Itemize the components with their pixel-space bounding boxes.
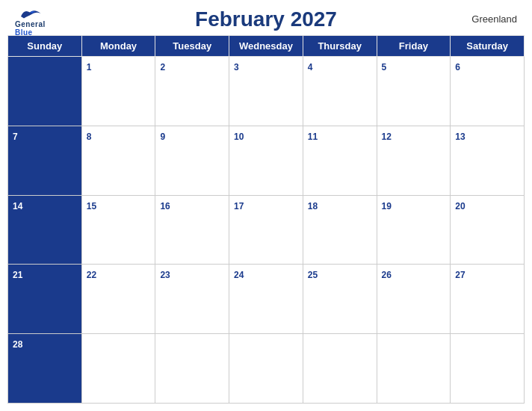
- calendar-cell: 7: [8, 126, 82, 195]
- logo-icon: [18, 7, 42, 19]
- date-number: 17: [234, 201, 244, 211]
- calendar-cell: 14: [8, 195, 82, 265]
- date-number: 19: [382, 201, 392, 211]
- date-number: 25: [308, 270, 318, 280]
- calendar-cell: 3: [229, 57, 303, 126]
- date-number: 11: [308, 132, 318, 142]
- day-header-tuesday: Tuesday: [155, 36, 229, 57]
- logo-line2: Blue: [15, 28, 33, 37]
- date-number: 22: [87, 270, 96, 280]
- calendar-week-4: 21222324252627: [8, 265, 525, 334]
- calendar-cell: 27: [451, 265, 525, 334]
- date-number: 20: [455, 201, 465, 211]
- date-number: 14: [13, 201, 22, 211]
- date-number: 8: [87, 132, 92, 142]
- calendar-cell: 16: [155, 195, 229, 265]
- month-title: February 2027: [195, 7, 337, 31]
- calendar-cell: 8: [81, 126, 155, 195]
- calendar-cell: [155, 334, 229, 404]
- calendar-cell: 19: [377, 195, 451, 265]
- calendar-cell: 28: [8, 334, 82, 404]
- calendar-cell: 15: [81, 195, 155, 265]
- calendar-week-3: 14151617181920: [8, 195, 525, 265]
- calendar-cell: 17: [229, 195, 303, 265]
- calendar-cell: 24: [229, 265, 303, 334]
- date-number: 24: [234, 270, 244, 280]
- calendar-cell: [229, 334, 303, 404]
- calendar-cell: 11: [303, 126, 377, 195]
- calendar-cell: 23: [155, 265, 229, 334]
- date-number: 4: [308, 62, 313, 72]
- date-number: 18: [308, 201, 318, 211]
- date-number: 16: [160, 201, 170, 211]
- date-number: 15: [87, 201, 96, 211]
- date-number: 2: [160, 62, 165, 72]
- day-header-friday: Friday: [377, 36, 451, 57]
- day-header-sunday: Sunday: [8, 36, 82, 57]
- calendar-cell: 1: [81, 57, 155, 126]
- day-header-wednesday: Wednesday: [229, 36, 303, 57]
- date-number: 28: [13, 339, 22, 350]
- calendar-cell: [451, 334, 525, 404]
- date-number: 12: [382, 132, 392, 142]
- date-number: 1: [87, 62, 92, 72]
- date-number: 5: [382, 62, 387, 72]
- date-number: 27: [455, 270, 465, 280]
- calendar-cell: [8, 57, 82, 126]
- calendar-cell: 21: [8, 265, 82, 334]
- date-number: 26: [382, 270, 392, 280]
- calendar-header: General Blue February 2027 Greenland: [0, 0, 532, 35]
- calendar-cell: [377, 334, 451, 404]
- date-number: 23: [160, 270, 170, 280]
- date-number: 10: [234, 132, 244, 142]
- day-header-monday: Monday: [81, 36, 155, 57]
- calendar-cell: 12: [377, 126, 451, 195]
- calendar-cell: 13: [451, 126, 525, 195]
- calendar-cell: [81, 334, 155, 404]
- calendar-cell: 22: [81, 265, 155, 334]
- calendar-cell: 18: [303, 195, 377, 265]
- date-number: 3: [234, 62, 239, 72]
- calendar-cell: [303, 334, 377, 404]
- date-number: 13: [455, 132, 465, 142]
- calendar-cell: 6: [451, 57, 525, 126]
- calendar-cell: 26: [377, 265, 451, 334]
- calendar-cell: 2: [155, 57, 229, 126]
- calendar-cell: 4: [303, 57, 377, 126]
- day-header-saturday: Saturday: [451, 36, 525, 57]
- day-header-thursday: Thursday: [303, 36, 377, 57]
- calendar-week-5: 28: [8, 334, 525, 404]
- logo-line1: General: [15, 20, 46, 28]
- date-number: 21: [13, 270, 22, 280]
- calendar: SundayMondayTuesdayWednesdayThursdayFrid…: [0, 35, 532, 411]
- date-number: 7: [13, 132, 18, 142]
- calendar-cell: 5: [377, 57, 451, 126]
- calendar-cell: 9: [155, 126, 229, 195]
- region-label: Greenland: [471, 13, 517, 25]
- calendar-week-2: 78910111213: [8, 126, 525, 195]
- date-number: 9: [160, 132, 165, 142]
- calendar-cell: 10: [229, 126, 303, 195]
- logo: General Blue: [15, 7, 46, 37]
- calendar-cell: 25: [303, 265, 377, 334]
- date-number: 6: [455, 62, 460, 72]
- calendar-week-1: 123456: [8, 57, 525, 126]
- calendar-cell: 20: [451, 195, 525, 265]
